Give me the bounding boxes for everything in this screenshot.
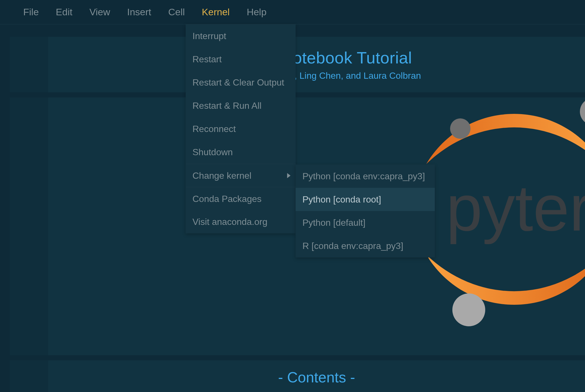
cell-contents: - Contents - bbox=[10, 360, 585, 392]
kernel-menu-conda-packages[interactable]: Conda Packages bbox=[186, 187, 296, 210]
cell-prompt bbox=[10, 360, 48, 392]
kernel-menu-shutdown[interactable]: Shutdown bbox=[186, 140, 296, 164]
logo-arc-bottom-icon bbox=[426, 255, 585, 305]
notebook-authors: Mary Lauren Benton, Ling Chen, and Laura… bbox=[65, 71, 568, 81]
kernel-menu-interrupt[interactable]: Interrupt bbox=[186, 24, 296, 48]
kernel-menu-restart-run-all[interactable]: Restart & Run All bbox=[186, 94, 296, 117]
kernel-dropdown: Interrupt Restart Restart & Clear Output… bbox=[186, 24, 296, 233]
notebook-title: Jupyter Notebook Tutorial bbox=[65, 48, 568, 67]
kernel-menu-reconnect[interactable]: Reconnect bbox=[186, 117, 296, 140]
cell-body[interactable]: Jupyter Notebook Tutorial Mary Lauren Be… bbox=[48, 37, 585, 92]
menu-edit[interactable]: Edit bbox=[47, 7, 81, 18]
change-kernel-submenu: Python [conda env:capra_py3] Python [con… bbox=[296, 165, 435, 257]
contents-heading: - Contents - bbox=[48, 369, 585, 386]
kernel-option-r-capra[interactable]: R [conda env:capra_py3] bbox=[296, 234, 435, 257]
kernel-option-conda-root[interactable]: Python [conda root] bbox=[296, 188, 435, 211]
kernel-menu-visit-anaconda[interactable]: Visit anaconda.org bbox=[186, 210, 296, 233]
menu-cell[interactable]: Cell bbox=[160, 7, 194, 18]
cell-title: Jupyter Notebook Tutorial Mary Lauren Be… bbox=[10, 37, 585, 92]
cell-prompt bbox=[10, 97, 48, 355]
kernel-menu-restart[interactable]: Restart bbox=[186, 48, 296, 71]
kernel-option-default[interactable]: Python [default] bbox=[296, 211, 435, 234]
menubar: File Edit View Insert Cell Kernel Help bbox=[0, 0, 585, 24]
menu-help[interactable]: Help bbox=[238, 7, 275, 18]
logo-dot-icon bbox=[580, 98, 585, 125]
menu-view[interactable]: View bbox=[81, 7, 118, 18]
logo-dot-icon bbox=[450, 118, 470, 139]
menu-file[interactable]: File bbox=[15, 7, 47, 18]
cell-prompt bbox=[10, 37, 48, 92]
logo-wordmark: pyter bbox=[446, 172, 585, 244]
logo-arc-top-icon bbox=[426, 114, 585, 164]
menu-kernel[interactable]: Kernel bbox=[193, 7, 238, 18]
kernel-menu-restart-clear-output[interactable]: Restart & Clear Output bbox=[186, 71, 296, 94]
menu-insert[interactable]: Insert bbox=[118, 7, 160, 18]
cell-body[interactable]: - Contents - bbox=[48, 360, 585, 392]
logo-dot-icon bbox=[452, 293, 485, 326]
kernel-menu-change-kernel[interactable]: Change kernel bbox=[186, 164, 296, 187]
kernel-option-capra-py3[interactable]: Python [conda env:capra_py3] bbox=[296, 165, 435, 188]
